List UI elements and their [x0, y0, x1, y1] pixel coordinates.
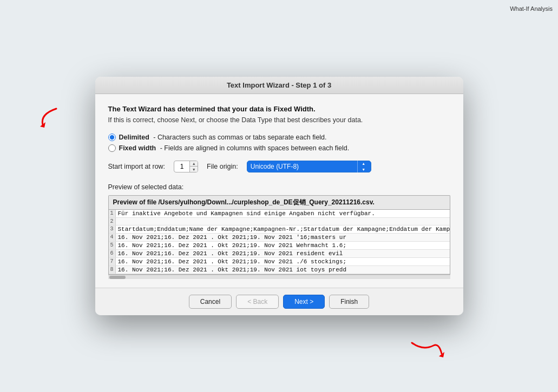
data-type-radio-group: Delimited - Characters such as commas or… — [108, 134, 450, 152]
table-row: 3Startdatum;Enddatum;Name der Kampagne;K… — [109, 225, 450, 234]
main-message: The Text Wizard has determined that your… — [108, 105, 450, 113]
annotation-arrow-bottom — [406, 340, 450, 375]
table-row: 416. Nov 2021;16. Dez 2021 . Okt 2021;19… — [109, 234, 450, 242]
row-content: 16. Nov 2021;16. Dez 2021 . Okt 2021;19.… — [115, 242, 450, 250]
dialog-title: Text Import Wizard - Step 1 of 3 — [227, 81, 331, 89]
finish-button[interactable]: Finish — [329, 295, 369, 309]
row-content: 16. Nov 2021;16. Dez 2021 . Okt 2021;19.… — [115, 258, 450, 266]
radio-delimited-bold-label: Delimited — [119, 134, 149, 141]
next-button[interactable]: Next > — [283, 295, 325, 309]
file-origin-arrows: ▲ ▼ — [357, 161, 367, 172]
table-row: 616. Nov 2021;16. Dez 2021 . Okt 2021;19… — [109, 250, 450, 258]
back-button[interactable]: < Back — [236, 295, 279, 309]
row-content: 16. Nov 2021;16. Dez 2021 . Okt 2021;19.… — [115, 234, 450, 242]
table-row: 2 — [109, 218, 450, 225]
dialog-titlebar: Text Import Wizard - Step 1 of 3 — [95, 77, 463, 94]
stepper-arrows: ▲ ▼ — [189, 161, 198, 172]
sub-message: If this is correct, choose Next, or choo… — [108, 116, 450, 124]
row-content: 16. Nov 2021;16. Dez 2021 . Okt 2021;19.… — [115, 266, 450, 274]
preview-filename: Preview of file /Users/yulhong/Downl.../… — [108, 195, 450, 209]
radio-row-delimited: Delimited - Characters such as commas or… — [108, 134, 450, 141]
stepper-up[interactable]: ▲ — [190, 161, 198, 167]
file-origin-arrow-up[interactable]: ▲ — [360, 161, 367, 167]
preview-label: Preview of selected data: — [108, 183, 450, 191]
options-row: Start import at row: ▲ ▼ File origin: Un… — [108, 161, 450, 172]
radio-fixed-bold-label: Fixed width — [119, 144, 156, 152]
row-number: 7 — [109, 258, 116, 266]
row-number: 8 — [109, 266, 116, 274]
preview-table: 1Für inaktive Angebote und Kampagnen sin… — [109, 210, 450, 274]
row-number: 5 — [109, 242, 116, 250]
stepper-down[interactable]: ▼ — [190, 167, 198, 172]
row-number: 4 — [109, 234, 116, 242]
radio-fixed-width-label[interactable]: Fixed width - Fields are aligned in colu… — [119, 144, 350, 152]
table-row: 516. Nov 2021;16. Dez 2021 . Okt 2021;19… — [109, 242, 450, 250]
row-number: 1 — [109, 210, 116, 218]
cancel-button[interactable]: Cancel — [189, 295, 232, 309]
file-origin-label: File origin: — [207, 163, 238, 170]
row-content: Für inaktive Angebote und Kampagnen sind… — [115, 210, 450, 218]
row-content: 16. Nov 2021;16. Dez 2021 . Okt 2021;19.… — [115, 250, 450, 258]
radio-fixed-desc: - Fields are aligned in columns with spa… — [160, 144, 350, 152]
file-origin-dropdown[interactable]: Unicode (UTF-8) ▲ ▼ — [247, 161, 371, 172]
preview-table-wrapper[interactable]: 1Für inaktive Angebote und Kampagnen sin… — [108, 209, 450, 275]
start-import-stepper[interactable]: ▲ ▼ — [174, 161, 198, 172]
radio-delimited-label[interactable]: Delimited - Characters such as commas or… — [119, 134, 327, 141]
row-number: 2 — [109, 218, 116, 225]
dialog-body: The Text Wizard has determined that your… — [95, 94, 463, 288]
row-content — [115, 218, 450, 225]
horizontal-scrollbar[interactable] — [108, 275, 450, 279]
file-origin-arrow-down[interactable]: ▼ — [360, 167, 367, 172]
row-number: 3 — [109, 225, 116, 234]
table-row: 716. Nov 2021;16. Dez 2021 . Okt 2021;19… — [109, 258, 450, 266]
table-row: 816. Nov 2021;16. Dez 2021 . Okt 2021;19… — [109, 266, 450, 274]
start-import-input[interactable] — [174, 163, 189, 170]
row-number: 6 — [109, 250, 116, 258]
annotation-arrow-top — [35, 106, 62, 135]
start-import-label: Start import at row: — [108, 163, 166, 170]
what-if-analysis-label: What-If Analysis — [510, 5, 553, 12]
radio-row-fixed: Fixed width - Fields are aligned in colu… — [108, 144, 450, 152]
import-wizard-dialog: Text Import Wizard - Step 1 of 3 The Tex… — [95, 77, 463, 315]
scrollbar-thumb — [109, 276, 126, 279]
dialog-footer: Cancel < Back Next > Finish — [95, 288, 463, 315]
radio-delimited[interactable] — [108, 134, 116, 141]
table-row: 1Für inaktive Angebote und Kampagnen sin… — [109, 210, 450, 218]
radio-delimited-desc: - Characters such as commas or tabs sepa… — [153, 134, 326, 141]
row-content: Startdatum;Enddatum;Name der Kampagne;Ka… — [115, 225, 450, 234]
file-origin-value: Unicode (UTF-8) — [251, 163, 353, 170]
radio-fixed-width[interactable] — [108, 144, 116, 152]
